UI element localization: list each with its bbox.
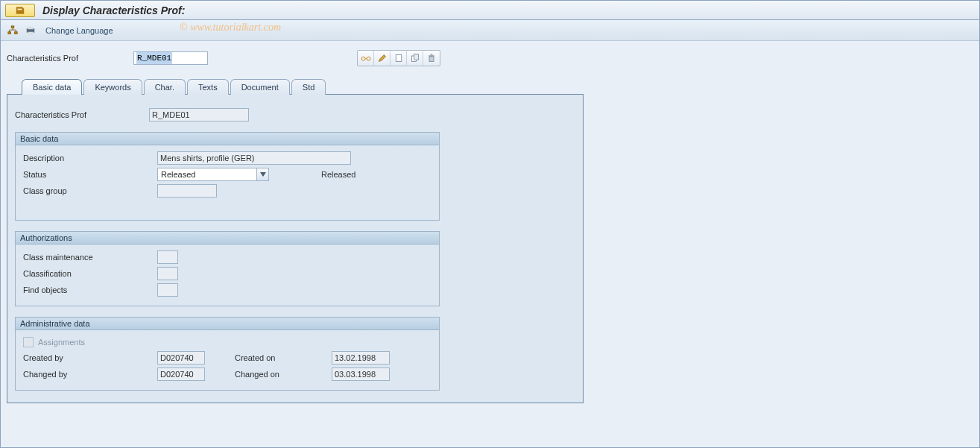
app-toolbar: Change Language © www.tutorialkart.com — [1, 20, 979, 41]
created-by-field: D020740 — [157, 351, 205, 365]
app-icon — [5, 4, 35, 17]
svg-rect-0 — [18, 8, 22, 10]
svg-rect-2 — [8, 31, 11, 34]
created-on-label: Created on — [235, 353, 332, 362]
svg-rect-3 — [15, 31, 18, 34]
status-text: Released — [321, 170, 355, 179]
admin-data-body: Assignments Created by D020740 Created o… — [16, 330, 439, 390]
svg-rect-13 — [429, 55, 434, 57]
created-on-field: 13.02.1998 — [332, 351, 390, 365]
pencil-change-icon[interactable] — [374, 51, 391, 66]
auth-classification-field — [157, 267, 178, 280]
svg-rect-12 — [429, 57, 434, 62]
tab-document[interactable]: Document — [230, 79, 290, 95]
status-value: Released — [158, 170, 256, 179]
panel-char-prof-label: Characteristics Prof — [15, 110, 149, 119]
hierarchy-icon[interactable] — [5, 23, 20, 38]
admin-data-title: Administrative data — [16, 318, 439, 330]
svg-rect-1 — [11, 25, 14, 28]
tab-char[interactable]: Char. — [144, 79, 186, 95]
created-by-label: Created by — [23, 353, 157, 362]
assignments-row: Assignments — [23, 337, 85, 347]
basic-data-title: Basic data — [16, 133, 439, 145]
panel-char-prof-row: Characteristics Prof R_MDE01 — [15, 108, 575, 122]
assignments-label: Assignments — [38, 338, 85, 347]
watermark-text: © www.tutorialkart.com — [180, 22, 281, 34]
auth-classification-label: Classification — [23, 269, 157, 278]
changed-on-label: Changed on — [235, 370, 332, 379]
svg-rect-14 — [431, 54, 433, 56]
svg-point-7 — [361, 57, 365, 60]
auth-class-maint-field — [157, 250, 178, 264]
page-title: Display Characteristics Prof: — [42, 4, 185, 16]
change-language-button[interactable]: Change Language — [45, 26, 113, 35]
basic-data-body: Description Mens shirts, profile (GER) S… — [16, 145, 439, 220]
groupbox-basic-data: Basic data Description Mens shirts, prof… — [15, 132, 440, 221]
groupbox-authorizations: Authorizations Class maintenance Classif… — [15, 231, 440, 306]
delete-icon[interactable] — [423, 51, 440, 66]
auth-class-maint-label: Class maintenance — [23, 253, 157, 262]
tabstrip: Basic data Keywords Char. Texts Document… — [7, 78, 973, 94]
assignments-checkbox — [23, 337, 34, 347]
char-prof-value: R_MDE01 — [136, 52, 172, 64]
changed-by-label: Changed by — [23, 370, 157, 379]
main-canvas: Characteristics Prof R_MDE01 Basic da — [1, 41, 979, 409]
print-icon[interactable] — [23, 23, 38, 38]
svg-rect-9 — [396, 55, 402, 62]
description-field: Mens shirts, profile (GER) — [157, 151, 351, 165]
char-prof-label: Characteristics Prof — [7, 54, 133, 63]
tab-area: Basic data Keywords Char. Texts Document… — [7, 78, 973, 403]
tab-panel-basic-data: Characteristics Prof R_MDE01 Basic data … — [7, 94, 584, 403]
chevron-down-icon — [256, 168, 268, 180]
class-group-label: Class group — [23, 186, 157, 195]
header-field-row: Characteristics Prof R_MDE01 — [7, 50, 973, 66]
copy-from-icon[interactable] — [407, 51, 423, 66]
authorizations-body: Class maintenance Classification Find ob… — [16, 244, 439, 306]
groupbox-admin-data: Administrative data Assignments Created … — [15, 317, 440, 391]
auth-find-objects-field — [157, 283, 178, 297]
description-label: Description — [23, 154, 157, 163]
status-combobox[interactable]: Released — [157, 168, 269, 181]
tab-keywords[interactable]: Keywords — [83, 79, 142, 95]
status-label: Status — [23, 170, 157, 179]
class-group-field — [157, 184, 217, 198]
char-prof-input[interactable]: R_MDE01 — [133, 51, 208, 65]
auth-find-objects-label: Find objects — [23, 285, 157, 294]
action-icon-strip — [357, 50, 440, 66]
svg-point-8 — [367, 57, 370, 60]
changed-on-field: 03.03.1998 — [332, 367, 390, 381]
titlebar: Display Characteristics Prof: — [1, 1, 979, 20]
changed-by-field: D020740 — [157, 367, 205, 381]
svg-rect-11 — [414, 54, 418, 60]
tab-basic-data[interactable]: Basic data — [22, 79, 82, 95]
svg-rect-6 — [28, 31, 34, 34]
panel-char-prof-value: R_MDE01 — [149, 108, 249, 122]
glasses-display-icon[interactable] — [358, 51, 374, 66]
svg-rect-5 — [28, 26, 34, 29]
authorizations-title: Authorizations — [16, 232, 439, 244]
tab-std[interactable]: Std — [291, 79, 326, 95]
tab-texts[interactable]: Texts — [187, 79, 229, 95]
create-new-icon[interactable] — [391, 51, 407, 66]
